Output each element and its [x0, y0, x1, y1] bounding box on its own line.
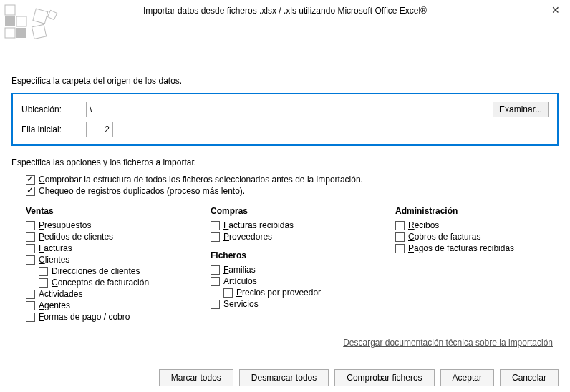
presupuestos-label[interactable]: Presupuestos	[39, 220, 91, 230]
facturas-checkbox[interactable]	[26, 244, 35, 253]
actividades-checkbox[interactable]	[26, 290, 35, 299]
close-button[interactable]: ✕	[549, 4, 563, 18]
precios-proveedor-checkbox[interactable]	[223, 288, 233, 298]
col-ventas-title: Ventas	[26, 206, 189, 216]
browse-button[interactable]: Examinar...	[493, 102, 549, 117]
conceptos-facturacion-checkbox[interactable]	[39, 278, 48, 288]
pedidos-clientes-label[interactable]: Pedidos de clientes	[39, 232, 113, 242]
cancel-button[interactable]: Cancelar	[500, 369, 559, 386]
facturas-recibidas-label[interactable]: Facturas recibidas	[223, 220, 294, 230]
title-bar: Importar datos desde ficheros .xlsx / .x…	[0, 0, 570, 21]
formas-pago-label[interactable]: Formas de pago / cobro	[39, 312, 130, 322]
documentation-link[interactable]: Descargar documentación técnica sobre la…	[343, 338, 553, 348]
pedidos-clientes-checkbox[interactable]	[26, 232, 35, 242]
col-ficheros-title: Ficheros	[211, 250, 374, 260]
source-section-label: Especifica la carpeta del origen de los …	[11, 76, 559, 86]
col-ventas: Ventas Presupuestos Pedidos de clientes …	[26, 206, 189, 323]
accept-button[interactable]: Aceptar	[440, 369, 494, 386]
pagos-facturas-recibidas-checkbox[interactable]	[395, 244, 405, 253]
button-bar: Marcar todos Desmarcar todos Comprobar f…	[0, 363, 570, 392]
col-admin: Administración Recibos Cobros de factura…	[395, 206, 559, 323]
proveedores-checkbox[interactable]	[211, 232, 220, 242]
facturas-label[interactable]: Facturas	[39, 243, 72, 253]
formas-pago-checkbox[interactable]	[26, 313, 35, 322]
agentes-label[interactable]: Agentes	[39, 300, 70, 310]
familias-label[interactable]: Familias	[223, 265, 256, 275]
window-title: Importar datos desde ficheros .xlsx / .x…	[143, 6, 427, 16]
unmark-all-button[interactable]: Desmarcar todos	[239, 369, 329, 386]
col-compras-ficheros: Compras Facturas recibidas Proveedores F…	[211, 206, 374, 323]
agentes-checkbox[interactable]	[26, 301, 35, 310]
initial-row-input[interactable]	[86, 122, 113, 137]
articulos-label[interactable]: Artículos	[223, 276, 257, 286]
articulos-checkbox[interactable]	[211, 277, 220, 286]
check-duplicates-checkbox[interactable]	[26, 187, 35, 196]
clientes-checkbox[interactable]	[26, 255, 35, 265]
presupuestos-checkbox[interactable]	[26, 221, 35, 230]
svg-rect-4	[16, 28, 26, 38]
direcciones-clientes-label[interactable]: Direcciones de clientes	[52, 266, 140, 276]
clientes-label[interactable]: Clientes	[39, 255, 69, 265]
svg-rect-3	[5, 28, 15, 38]
pagos-facturas-recibidas-label[interactable]: Pagos de facturas recibidas	[408, 243, 514, 253]
actividades-label[interactable]: Actividades	[39, 289, 82, 299]
source-box: Ubicación: Examinar... Fila inicial:	[11, 93, 559, 146]
direcciones-clientes-checkbox[interactable]	[39, 267, 48, 276]
servicios-checkbox[interactable]	[211, 300, 220, 309]
location-input[interactable]	[86, 102, 488, 117]
servicios-label[interactable]: Servicios	[223, 299, 259, 309]
conceptos-facturacion-label[interactable]: Conceptos de facturación	[52, 278, 149, 288]
check-files-button[interactable]: Comprobar ficheros	[334, 369, 434, 386]
proveedores-label[interactable]: Proveedores	[223, 232, 272, 242]
recibos-checkbox[interactable]	[395, 221, 405, 230]
cobros-facturas-checkbox[interactable]	[395, 232, 405, 242]
col-compras-title: Compras	[211, 206, 374, 216]
check-structure-checkbox[interactable]	[26, 175, 35, 185]
svg-rect-6	[32, 24, 47, 39]
initial-row-label: Fila inicial:	[21, 124, 86, 134]
facturas-recibidas-checkbox[interactable]	[211, 221, 220, 230]
familias-checkbox[interactable]	[211, 265, 220, 275]
location-label: Ubicación:	[21, 104, 86, 114]
precios-proveedor-label[interactable]: Precios por proveedor	[236, 288, 321, 298]
check-duplicates-label[interactable]: Chequeo de registros duplicados (proceso…	[39, 186, 245, 196]
options-section-label: Especifica las opciones y los ficheros a…	[11, 157, 559, 167]
mark-all-button[interactable]: Marcar todos	[159, 369, 233, 386]
recibos-label[interactable]: Recibos	[408, 220, 439, 230]
check-structure-label[interactable]: Comprobar la estructura de todos los fic…	[39, 175, 363, 185]
cobros-facturas-label[interactable]: Cobros de facturas	[408, 232, 480, 242]
col-admin-title: Administración	[395, 206, 559, 216]
